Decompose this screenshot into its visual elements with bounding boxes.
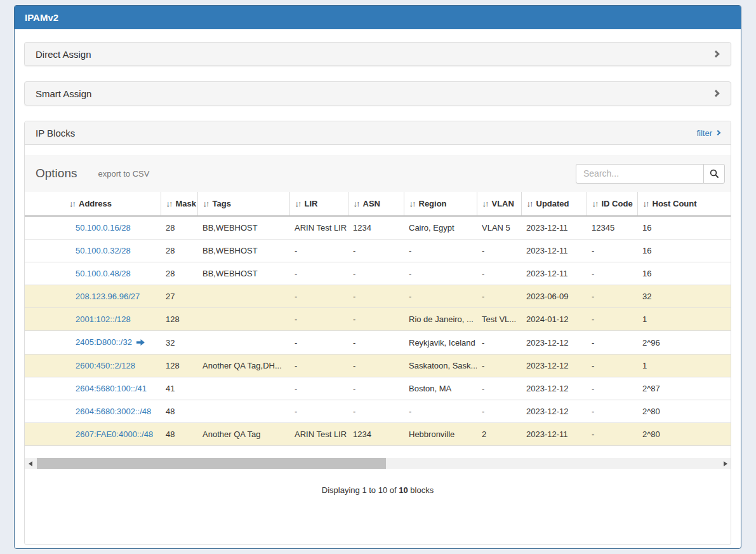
column-label: ASN <box>363 199 380 208</box>
sort-icon: ↓↑ <box>482 199 488 208</box>
spacer-cell <box>25 240 64 262</box>
cell-region: Hebbronville <box>404 423 477 446</box>
scroll-left-button[interactable] <box>25 458 36 469</box>
block-address-link[interactable]: 2405:D800::/32 <box>76 337 132 347</box>
sort-icon: ↓↑ <box>354 199 359 208</box>
cell-vlan: - <box>477 240 521 262</box>
cell-id-code: - <box>587 400 637 423</box>
search-input[interactable] <box>576 164 704 184</box>
sort-icon: ↓↑ <box>409 199 415 208</box>
pagination-suffix: blocks <box>410 485 434 495</box>
cell-id-code: - <box>587 308 637 331</box>
cell-host-count: 2^80 <box>637 423 731 446</box>
cell-host-count: 1 <box>637 308 731 331</box>
cell-asn: - <box>348 331 404 355</box>
cell-address: 50.100.0.48/28 <box>64 262 161 285</box>
block-address-link[interactable]: 2604:5680:3002::/48 <box>76 407 151 416</box>
filter-label: filter <box>696 128 712 138</box>
block-address-link[interactable]: 50.100.0.32/28 <box>76 246 131 255</box>
block-address-link[interactable]: 208.123.96.96/27 <box>76 292 140 301</box>
column-label: Region <box>419 199 447 208</box>
scroll-right-button[interactable] <box>720 458 731 469</box>
column-header-id-code[interactable]: ↓↑ID Code <box>587 192 637 216</box>
block-address-link[interactable]: 50.100.0.48/28 <box>76 269 131 278</box>
scroll-right-icon <box>724 461 727 466</box>
spacer-cell <box>25 377 64 400</box>
cell-updated: 2023-12-11 <box>521 216 587 240</box>
direct-assign-panel[interactable]: Direct Assign <box>24 42 731 66</box>
table-row: 50.100.0.16/2828BB,WEBHOSTARIN Test LIR1… <box>25 216 731 240</box>
spacer-cell <box>25 423 64 446</box>
cell-tags <box>197 400 289 423</box>
search-button[interactable] <box>703 164 725 184</box>
cell-updated: 2023-12-12 <box>521 400 587 423</box>
sort-icon: ↓↑ <box>295 199 301 208</box>
column-header-host-count[interactable]: ↓↑Host Count <box>637 192 731 216</box>
smart-assign-panel[interactable]: Smart Assign <box>24 81 731 105</box>
column-header-lir[interactable]: ↓↑LIR <box>289 192 348 216</box>
cell-vlan: - <box>477 377 521 400</box>
column-label: Mask <box>176 199 197 208</box>
spacer-cell <box>25 216 64 240</box>
cell-address: 2001:102::/128 <box>64 308 161 331</box>
column-label: ID Code <box>602 199 633 208</box>
chevron-right-icon <box>712 90 719 97</box>
cell-id-code: - <box>587 240 637 262</box>
cell-region: Cairo, Egypt <box>404 216 477 240</box>
block-address-link[interactable]: 2600:450::2/128 <box>76 361 135 370</box>
cell-host-count: 2^96 <box>637 331 731 355</box>
cell-updated: 2023-12-12 <box>521 377 587 400</box>
table-row: 2405:D800::/3232--Reykjavik, Iceland-202… <box>25 331 731 355</box>
export-csv-link[interactable]: export to CSV <box>98 169 149 179</box>
pagination-total: 10 <box>399 485 408 495</box>
cell-id-code: - <box>587 355 637 377</box>
cell-vlan: - <box>477 400 521 423</box>
app-window: IPAMv2 Direct Assign Smart Assign IP Blo… <box>14 5 741 549</box>
direct-assign-label: Direct Assign <box>36 49 91 60</box>
column-header-updated[interactable]: ↓↑Updated <box>521 192 587 216</box>
cell-mask: 28 <box>161 240 197 262</box>
cell-region: - <box>404 400 477 423</box>
options-bar: Options export to CSV <box>25 155 731 192</box>
cell-updated: 2023-12-11 <box>521 240 587 262</box>
column-label: Updated <box>536 199 569 208</box>
cell-host-count: 2^80 <box>637 400 731 423</box>
cell-address: 2607:FAE0:4000::/48 <box>64 423 161 446</box>
cell-lir: - <box>289 331 348 355</box>
column-header-mask[interactable]: ↓↑Mask <box>161 192 197 216</box>
cell-region: Saskatoon, Sask... <box>404 355 477 377</box>
cell-vlan: - <box>477 331 521 355</box>
block-address-link[interactable]: 2607:FAE0:4000::/48 <box>76 429 153 439</box>
main-content: Direct Assign Smart Assign IP Blocks fil… <box>15 29 741 545</box>
table-row: 2607:FAE0:4000::/4848Another QA TagARIN … <box>25 423 731 446</box>
cell-updated: 2023-12-11 <box>521 423 587 446</box>
cell-tags <box>197 285 289 308</box>
scroll-left-icon <box>29 461 32 466</box>
column-label: Host Count <box>653 199 697 208</box>
sort-icon: ↓↑ <box>527 199 533 208</box>
cell-id-code: 12345 <box>587 216 637 240</box>
column-label: Tags <box>213 199 231 208</box>
filter-link[interactable]: filter <box>696 128 720 138</box>
spacer-cell <box>25 285 64 308</box>
cell-address: 50.100.0.32/28 <box>64 240 161 262</box>
cell-asn: 1234 <box>348 423 404 446</box>
cell-vlan: - <box>477 355 521 377</box>
cell-lir: ARIN Test LIR <box>289 216 348 240</box>
column-header-tags[interactable]: ↓↑Tags <box>197 192 289 216</box>
column-header-vlan[interactable]: ↓↑VLAN <box>477 192 521 216</box>
cell-address: 208.123.96.96/27 <box>64 285 161 308</box>
cell-tags <box>197 308 289 331</box>
cell-region: - <box>404 285 477 308</box>
block-address-link[interactable]: 2604:5680:100::/41 <box>76 384 147 393</box>
spacer-cell <box>25 308 64 331</box>
scrollbar-thumb[interactable] <box>37 458 386 469</box>
block-address-link[interactable]: 50.100.0.16/28 <box>76 223 131 233</box>
column-header-address[interactable]: ↓↑Address <box>64 192 161 216</box>
horizontal-scrollbar[interactable] <box>25 458 731 469</box>
column-header-region[interactable]: ↓↑Region <box>404 192 477 216</box>
block-address-link[interactable]: 2001:102::/128 <box>76 314 131 324</box>
table-row: 2600:450::2/128128Another QA Tag,DH...--… <box>25 355 731 377</box>
column-header-asn[interactable]: ↓↑ASN <box>348 192 404 216</box>
ip-blocks-label: IP Blocks <box>36 128 75 138</box>
